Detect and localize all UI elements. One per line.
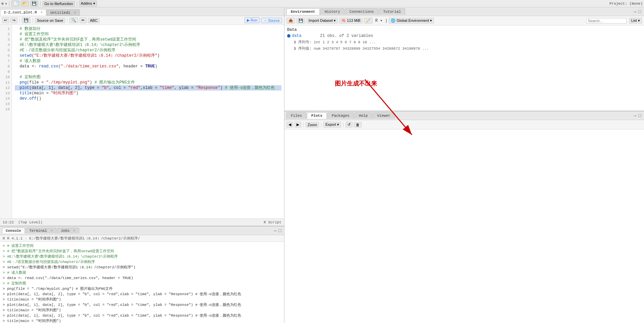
close-tab-1[interactable]: × <box>41 10 43 14</box>
main-layout: 2-2_cust_plot.R × Untitled1 × ↩ ↪ 💾 Sour… <box>0 7 644 323</box>
code-line-7: # 读入数据 <box>15 58 281 64</box>
source-btn[interactable]: → Source <box>261 18 282 23</box>
env-tab-environment[interactable]: Environment <box>286 8 320 15</box>
plots-sep-2 <box>321 122 321 127</box>
console-tab-terminal[interactable]: Terminal × <box>25 228 56 233</box>
code-line-11: png(file = "./tmp/myplot.png") # 图片输出为PN… <box>15 80 281 85</box>
right-panel: Environment History Connections Tutorial… <box>284 7 644 323</box>
addins-btn[interactable]: Addins ▾ <box>79 1 97 6</box>
console-tab-console[interactable]: Console <box>2 228 25 233</box>
files-tab-packages[interactable]: Packages <box>327 112 354 119</box>
load-btn[interactable]: 📥 <box>286 18 295 23</box>
code-line-3: # 把"数据及程序"文件夹持贝到F盘下，再用setwd设置工作空间 <box>15 37 281 42</box>
new-file-btn[interactable]: 📄 <box>11 1 19 6</box>
env-toolbar: 📥 💾 Import Dataset ▾ 🧠 113 MiB 🧹 R ▾ | 🌐… <box>284 16 644 25</box>
env-tabs: Environment History Connections Tutorial… <box>284 7 644 16</box>
cursor-position: 13:22 <box>3 220 14 224</box>
line-numbers: 12345 678910 1112131415 16 <box>0 25 12 218</box>
code-line-12: plot(data[, 1], data[, 2], type = "b", c… <box>15 85 281 91</box>
env-maximize[interactable]: □ <box>638 9 642 14</box>
env-search-input[interactable] <box>586 18 627 23</box>
plots-fwd-btn[interactable]: ▶ <box>294 122 301 127</box>
env-min-max: — □ <box>633 9 642 14</box>
code-line-9 <box>15 69 281 74</box>
source-on-save-btn[interactable]: Source on Save <box>35 18 65 23</box>
code-line-8: data <- read.csv("./data/time_series.csv… <box>15 64 281 69</box>
var-bullet <box>287 34 290 38</box>
goto-btn[interactable]: Go to file/function <box>43 1 75 6</box>
jobs-close[interactable]: × <box>73 229 75 233</box>
var-name: data <box>292 34 319 38</box>
files-tab-files[interactable]: Files <box>286 112 306 119</box>
console-minimize[interactable]: — <box>273 228 277 233</box>
list-view-btn[interactable]: List ▾ <box>629 18 642 23</box>
env-tab-tutorial[interactable]: Tutorial <box>379 8 405 15</box>
console-header: R R 4.1.1 · E:/数学建模大赛/数学建模培训1（8.14）/chap… <box>0 235 284 242</box>
env-tab-history[interactable]: History <box>320 8 344 15</box>
code-line-4: #E:\数学建模大赛\数学建模培训1（8.14）\chapter2\示例程序 <box>15 42 281 48</box>
toolbar-icon-1: ⚙ <box>1 1 4 6</box>
global-env-btn[interactable]: 🌐 Global Environment ▾ <box>389 18 434 23</box>
close-tab-2[interactable]: × <box>74 11 76 15</box>
refresh-btn[interactable]: ↺ <box>345 122 353 127</box>
files-maximize[interactable]: □ <box>638 113 642 118</box>
console-body[interactable]: > # 设置工作空间 > # 把"数据及程序"文件夹持贝到F盘下，再用setwd… <box>0 242 284 323</box>
code-line-1: # 数据划分 <box>15 26 281 32</box>
svg-line-1 <box>365 79 412 135</box>
console-section: Console Terminal × Jobs × — □ R R 4.1.1 … <box>0 226 284 323</box>
env-section: Environment History Connections Tutorial… <box>284 7 644 111</box>
script-type: R Script <box>264 220 281 224</box>
files-section: Files Plots Packages Help Viewer — □ ◀ ▶… <box>284 111 644 323</box>
zoom-btn[interactable]: Zoom <box>306 122 319 127</box>
var-type: 21 obs. of 2 variables <box>320 34 373 38</box>
save-btn[interactable]: 💾 <box>30 1 38 6</box>
console-min-max: — □ <box>273 228 282 233</box>
redo-btn[interactable]: ↪ <box>10 17 17 23</box>
spell-btn[interactable]: ABC <box>88 18 100 23</box>
toolbar-icon-2: ✦ <box>5 1 7 6</box>
clear-env-btn[interactable]: 🧹 <box>364 18 373 23</box>
console-line-11: > title(main = "时间序列图") <box>3 297 281 302</box>
open-file-btn[interactable]: 📂 <box>21 1 29 6</box>
plots-sep-3 <box>343 122 343 127</box>
console-line-14: > plot(data[, 1], data[, 2], type = "b",… <box>3 313 281 318</box>
memory-label: 113 MiB <box>347 18 360 22</box>
env-content: Data data 21 obs. of 2 variables $ 序列号: … <box>284 25 644 69</box>
env-search <box>586 18 627 23</box>
tab-label-2: Untitled1 <box>50 11 70 15</box>
save-env-btn[interactable]: 💾 <box>297 18 305 23</box>
annotation-arrow <box>362 76 429 143</box>
memory-btn: 🧠 113 MiB <box>339 18 362 23</box>
console-line-9: > png(file = "./tmp/myplot.png") # 图片输出为… <box>3 286 281 291</box>
env-tab-connections[interactable]: Connections <box>345 8 378 15</box>
files-minimize[interactable]: — <box>633 113 637 118</box>
run-btn[interactable]: ▶ Run <box>245 17 260 23</box>
code-content[interactable]: # 数据划分 # 设置工作空间 # 把"数据及程序"文件夹持贝到F盘下，再用se… <box>12 25 284 218</box>
plots-back-btn[interactable]: ◀ <box>286 122 293 127</box>
console-line-12: > plot(data[, 1], data[, 2], type = "b",… <box>3 302 281 308</box>
console-tab-jobs[interactable]: Jobs × <box>57 228 79 233</box>
source-on-save-label: Source on Save <box>37 18 63 22</box>
editor-tab-1[interactable]: 2-2_cust_plot.R × <box>0 9 46 16</box>
search-btn[interactable]: 🔍 <box>69 17 78 23</box>
env-minimize[interactable]: — <box>633 9 637 14</box>
console-maximize[interactable]: □ <box>278 228 282 233</box>
console-line-5: > setwd("E:/数学建模大赛/数学建模培训1（8.14）/chapter… <box>3 265 281 270</box>
console-line-8: > # 定制作图 <box>3 281 281 286</box>
console-path: R 4.1.1 · E:/数学建模大赛/数学建模培训1（8.14）/chapte… <box>7 236 140 241</box>
export-btn[interactable]: Export ▾ <box>323 122 341 127</box>
code-tools-btn[interactable]: ✏ <box>79 17 87 23</box>
files-tab-plots[interactable]: Plots <box>307 112 327 119</box>
env-r-label: R ▾ <box>375 18 383 23</box>
editor-tab-2[interactable]: Untitled1 × <box>47 9 80 16</box>
import-dataset-btn[interactable]: Import Dataset ▾ <box>307 18 338 23</box>
terminal-close[interactable]: × <box>51 229 53 233</box>
left-panel: 2-2_cust_plot.R × Untitled1 × ↩ ↪ 💾 Sour… <box>0 7 284 323</box>
undo-btn[interactable]: ↩ <box>2 17 9 23</box>
delete-plot-btn[interactable]: 🗑 <box>354 122 362 127</box>
separator-2 <box>40 1 41 6</box>
code-line-13: title(main = "时间序列图") <box>15 91 281 96</box>
save-file-btn[interactable]: 💾 <box>22 17 31 23</box>
files-min-max: — □ <box>633 113 642 118</box>
code-line-6: setwd("E:/数学建模大赛/数学建模培训1（8.14）/chapter2/… <box>15 53 281 58</box>
